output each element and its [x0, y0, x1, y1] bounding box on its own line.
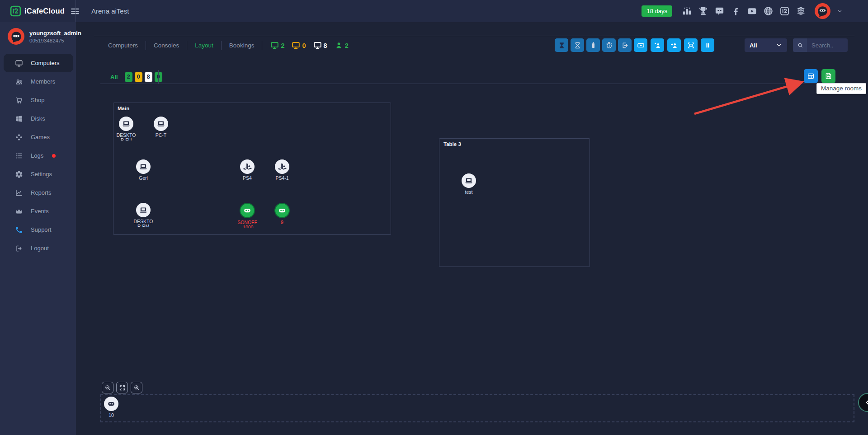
gamepad-icon: [277, 206, 287, 215]
device-10[interactable]: 10: [95, 397, 127, 418]
logout-icon: [15, 244, 23, 253]
disks-icon: [15, 115, 23, 123]
hourglass-icon: [574, 42, 581, 49]
cash-button[interactable]: [634, 38, 647, 52]
device-label: PC-T: [147, 133, 175, 138]
magnifier-icon: [797, 42, 803, 48]
device-test[interactable]: test: [453, 173, 485, 195]
header-icon-row: [682, 6, 806, 16]
tab-computers[interactable]: Computers: [100, 38, 146, 53]
timer-icon: [605, 42, 613, 49]
counter-members: 2: [335, 41, 349, 50]
battery-icon: [590, 42, 597, 49]
rooms-filter-bar: All 2080: [100, 70, 854, 84]
collapse-panel-button[interactable]: [858, 393, 868, 412]
sidebar-item-disks[interactable]: Disks: [4, 109, 73, 128]
sidebar-item-computers[interactable]: Computers: [4, 54, 73, 72]
filter-dropdown[interactable]: All: [745, 38, 787, 52]
members-icon: [15, 78, 23, 86]
device-9[interactable]: 9: [266, 203, 298, 225]
facebook-icon[interactable]: [731, 6, 741, 16]
sidebar-item-support[interactable]: Support: [4, 220, 73, 239]
monitor-icon: [313, 41, 322, 50]
tab-consoles[interactable]: Consoles: [146, 38, 187, 53]
discord-icon[interactable]: [714, 6, 725, 16]
sidebar-item-label: Logout: [31, 245, 49, 252]
hourglass-filled-button[interactable]: [555, 38, 568, 52]
unassigned-devices-dock: 10: [100, 394, 854, 422]
sidebar-item-logout[interactable]: Logout: [4, 239, 73, 257]
unread-dot: [52, 154, 56, 158]
signout-button[interactable]: [618, 38, 632, 52]
device-sonoff-1000[interactable]: SONOFF-1000: [231, 203, 263, 228]
youtube-icon[interactable]: [747, 6, 757, 16]
save-layout-button[interactable]: [821, 69, 835, 83]
laptop-icon: [156, 119, 166, 129]
search-box: [793, 38, 848, 52]
rooms-filter-all-tab[interactable]: All 2080: [100, 72, 162, 82]
sidebar-item-label: Computers: [31, 60, 60, 66]
pc-icon: [119, 117, 133, 131]
tab-separator: [262, 41, 262, 50]
pause-button[interactable]: [701, 38, 714, 52]
device-pc-t[interactable]: PC-T: [145, 117, 177, 138]
counter-value: 2: [345, 42, 349, 49]
ranking-icon[interactable]: [682, 6, 692, 16]
device-ps4[interactable]: PS4: [231, 159, 263, 181]
pc-icon: [462, 173, 476, 188]
device-desktop-fu[interactable]: DESKTOP-FU: [110, 117, 142, 140]
device-desktop-pm[interactable]: DESKTOP-PM: [127, 203, 159, 227]
search-input[interactable]: [807, 42, 848, 49]
device-geri[interactable]: Geri: [127, 159, 159, 181]
screenshot-button[interactable]: [684, 38, 698, 52]
sidebar-item-label: Settings: [31, 171, 52, 178]
member-add-icon: [670, 42, 678, 49]
battery-button[interactable]: [586, 38, 600, 52]
gamepad-icon: [106, 399, 116, 409]
fit-screen-button[interactable]: [116, 382, 128, 393]
hourglass-button[interactable]: [571, 38, 584, 52]
zoom-in-button[interactable]: [131, 382, 142, 393]
header-brand-area: iCafeCloud: [0, 0, 76, 22]
zoom-out-icon: [104, 384, 111, 391]
sidebar-item-shop[interactable]: Shop: [4, 91, 73, 109]
tab-layout[interactable]: Layout: [187, 38, 221, 53]
timer-button[interactable]: [602, 38, 616, 52]
laptop-icon: [138, 205, 148, 215]
laptop-icon: [138, 162, 148, 172]
sidebar-item-events[interactable]: Events: [4, 202, 73, 220]
sidebar-user-block: youngzsoft_admin 005193482475: [0, 22, 76, 51]
app-logo[interactable]: iCafeCloud: [10, 5, 65, 17]
manage-rooms-button[interactable]: [804, 69, 818, 83]
youngzsoft-icon[interactable]: [796, 6, 806, 16]
sidebar-item-reports[interactable]: Reports: [4, 183, 73, 202]
chevron-down-icon: [776, 42, 782, 48]
hamburger-icon: [70, 6, 80, 16]
member-add-button[interactable]: [667, 38, 681, 52]
account-menu-caret[interactable]: [836, 8, 843, 14]
content-divider: [94, 36, 854, 36]
monitor-icon: [292, 41, 300, 50]
header-avatar[interactable]: [815, 3, 830, 19]
gamepad-icon: [274, 203, 290, 218]
sidebar-item-games[interactable]: Games: [4, 128, 73, 146]
icafecloud-icon[interactable]: [779, 6, 790, 16]
tab-bookings[interactable]: Bookings: [222, 38, 262, 53]
grid-icon: [807, 72, 815, 80]
sidebar-item-logs[interactable]: Logs: [4, 146, 73, 165]
filter-bar-separator: [158, 70, 159, 84]
member-star-button[interactable]: [651, 38, 664, 52]
trophy-icon[interactable]: [698, 6, 708, 16]
globe-icon[interactable]: [763, 6, 774, 16]
device-label: 9: [269, 220, 296, 225]
gamepad-icon: [242, 206, 252, 215]
device-ps4-1[interactable]: PS4-1: [266, 159, 298, 181]
laptop-icon: [121, 119, 131, 129]
reports-icon: [15, 189, 23, 197]
zoom-out-button[interactable]: [102, 382, 113, 393]
sidebar-item-members[interactable]: Members: [4, 72, 73, 91]
sidebar-menu: ComputersMembersShopDisksGamesLogsSettin…: [0, 54, 76, 257]
trial-days-badge[interactable]: 18 days: [642, 5, 672, 17]
sidebar-item-settings[interactable]: Settings: [4, 165, 73, 183]
menu-toggle-button[interactable]: [70, 6, 80, 16]
